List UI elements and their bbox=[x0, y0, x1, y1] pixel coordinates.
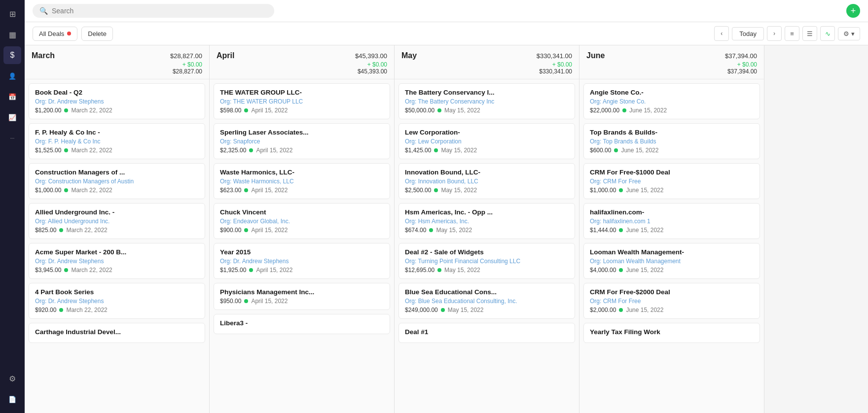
deal-name: THE WATER GROUP LLC- bbox=[220, 89, 384, 96]
deal-status-dot bbox=[244, 228, 248, 232]
prev-button[interactable]: ‹ bbox=[714, 26, 729, 41]
deal-date: March 22, 2022 bbox=[66, 227, 107, 234]
deal-card[interactable]: Deal #1 bbox=[398, 323, 575, 343]
sidebar-icon-dashboard[interactable]: ▦ bbox=[3, 26, 21, 43]
deal-amount: $1,200.00 bbox=[35, 107, 61, 114]
deal-status-dot bbox=[64, 148, 68, 152]
deal-card[interactable]: The Battery Conservancy I... Org: The Ba… bbox=[398, 83, 575, 119]
deal-org: Org: Snapforce bbox=[220, 138, 384, 145]
deal-card[interactable]: Carthage Industrial Devel... bbox=[29, 323, 205, 343]
sidebar-icon-deals[interactable]: $ bbox=[3, 46, 21, 64]
deal-meta: $900.00 April 15, 2022 bbox=[220, 227, 384, 234]
list-view-button[interactable]: ☰ bbox=[802, 26, 817, 41]
deal-name: Lew Corporation- bbox=[405, 129, 569, 136]
sidebar-icon-settings[interactable]: ⚙ bbox=[3, 370, 21, 387]
deal-amount: $4,000.00 bbox=[590, 267, 616, 274]
gear-icon: ⚙ bbox=[843, 30, 849, 37]
deal-date: April 15, 2022 bbox=[251, 187, 288, 194]
deal-card[interactable]: Acme Super Market - 200 B... Org: Dr. An… bbox=[29, 243, 205, 279]
deal-name: Yearly Tax Filing Work bbox=[590, 328, 754, 336]
col-amount-april: $45,393.00 bbox=[355, 52, 387, 60]
sidebar: ⊞ ▦ $ 👤 📅 📈 ··· ⚙ 📄 bbox=[0, 0, 25, 413]
deal-meta: $1,200.00 March 22, 2022 bbox=[35, 107, 199, 114]
deal-date: May 15, 2022 bbox=[441, 147, 477, 154]
deal-card[interactable]: Innovation Bound, LLC- Org: Innovation B… bbox=[398, 163, 575, 199]
filter-button[interactable]: ≡ bbox=[785, 26, 799, 41]
search-input[interactable] bbox=[52, 7, 267, 15]
deal-card[interactable]: Top Brands & Builds- Org: Top Brands & B… bbox=[583, 123, 760, 159]
deal-status-dot bbox=[619, 268, 623, 272]
deal-card[interactable]: Year 2015 Org: Dr. Andrew Stephens $1,92… bbox=[214, 243, 390, 279]
deal-card[interactable]: CRM For Free-$1000 Deal Org: CRM For Fre… bbox=[583, 163, 760, 199]
col-may: May $330,341.00 + $0.00 $330,341.00 The … bbox=[395, 45, 579, 413]
next-button[interactable]: › bbox=[767, 26, 782, 41]
deal-name: 4 Part Book Series bbox=[35, 288, 199, 296]
deal-card[interactable]: Blue Sea Educational Cons... Org: Blue S… bbox=[398, 283, 575, 319]
deal-org: Org: Dr. Andrew Stephens bbox=[35, 298, 199, 305]
sidebar-icon-contacts[interactable]: 👤 bbox=[3, 67, 21, 85]
col-amount-march: $28,827.00 bbox=[170, 52, 202, 60]
deal-card[interactable]: Waste Harmonics, LLC- Org: Waste Harmoni… bbox=[214, 163, 390, 199]
main-content: 🔍 + All Deals Delete ‹ Today › ≡ ☰ ∿ ⚙ ▾ bbox=[25, 0, 868, 413]
deal-name: Allied Underground Inc. - bbox=[35, 208, 199, 216]
deal-card[interactable]: Angie Stone Co.- Org: Angie Stone Co. $2… bbox=[583, 83, 760, 119]
deal-card[interactable]: Chuck Vincent Org: Endeavor Global, Inc.… bbox=[214, 203, 390, 239]
deal-card[interactable]: Looman Wealth Management- Org: Looman We… bbox=[583, 243, 760, 279]
deal-name: Physicians Management Inc... bbox=[220, 288, 384, 296]
col-title-june: June bbox=[586, 51, 605, 60]
deal-name: halifaxlinen.com- bbox=[590, 208, 754, 216]
deal-date: May 15, 2022 bbox=[448, 307, 484, 313]
deal-card[interactable]: Yearly Tax Filing Work bbox=[583, 323, 760, 343]
settings-button[interactable]: ⚙ ▾ bbox=[838, 27, 860, 40]
deal-date: June 15, 2022 bbox=[626, 307, 663, 313]
sidebar-icon-home[interactable]: ⊞ bbox=[3, 5, 21, 23]
deal-amount: $950.00 bbox=[220, 298, 241, 305]
deal-card[interactable]: F. P. Healy & Co Inc - Org: F. P. Healy … bbox=[29, 123, 205, 159]
all-deals-dot bbox=[67, 32, 71, 35]
sidebar-icon-docs[interactable]: 📄 bbox=[3, 390, 21, 408]
deal-card[interactable]: Physicians Management Inc... $950.00 Apr… bbox=[214, 283, 390, 310]
deal-card[interactable]: Sperling Laser Associates... Org: Snapfo… bbox=[214, 123, 390, 159]
col-amount-may: $330,341.00 bbox=[537, 52, 572, 60]
sidebar-icon-calendar[interactable]: 📅 bbox=[3, 88, 21, 105]
deal-amount: $22,000.00 bbox=[590, 107, 619, 114]
deal-org: Org: Allied Underground Inc. bbox=[35, 218, 199, 225]
deal-card[interactable]: CRM For Free-$2000 Deal Org: CRM For Fre… bbox=[583, 283, 760, 319]
sidebar-icon-more[interactable]: ··· bbox=[3, 129, 21, 147]
deal-meta: $623.00 April 15, 2022 bbox=[220, 187, 384, 194]
deal-card[interactable]: Allied Underground Inc. - Org: Allied Un… bbox=[29, 203, 205, 239]
add-button[interactable]: + bbox=[846, 4, 860, 18]
sidebar-icon-reports[interactable]: 📈 bbox=[3, 108, 21, 126]
deal-meta: $600.00 June 15, 2022 bbox=[590, 147, 754, 154]
deal-meta: $1,525.00 March 22, 2022 bbox=[35, 147, 199, 154]
deal-meta: $50,000.00 May 15, 2022 bbox=[405, 107, 569, 114]
deal-date: June 15, 2022 bbox=[629, 107, 667, 114]
deal-org: Org: F. P. Healy & Co Inc bbox=[35, 138, 199, 145]
deal-card[interactable]: THE WATER GROUP LLC- Org: THE WATER GROU… bbox=[214, 83, 390, 119]
chart-button[interactable]: ∿ bbox=[820, 26, 835, 41]
deal-org: Org: halifaxlinen.com 1 bbox=[590, 218, 754, 225]
col-title-april: April bbox=[217, 51, 234, 60]
delete-button[interactable]: Delete bbox=[81, 27, 113, 41]
today-button[interactable]: Today bbox=[732, 27, 764, 40]
deal-card[interactable]: Deal #2 - Sale of Widgets Org: Turning P… bbox=[398, 243, 575, 279]
deal-card[interactable]: Libera3 - bbox=[214, 314, 390, 334]
deal-card[interactable]: Book Deal - Q2 Org: Dr. Andrew Stephens … bbox=[29, 83, 205, 119]
deal-amount: $3,945.00 bbox=[35, 267, 61, 274]
deal-status-dot bbox=[64, 188, 68, 192]
deal-status-dot bbox=[614, 148, 618, 152]
deal-card[interactable]: halifaxlinen.com- Org: halifaxlinen.com … bbox=[583, 203, 760, 239]
deal-amount: $2,500.00 bbox=[405, 187, 431, 194]
deal-card[interactable]: Hsm Americas, Inc. - Opp ... Org: Hsm Am… bbox=[398, 203, 575, 239]
deal-card[interactable]: Lew Corporation- Org: Lew Corporation $1… bbox=[398, 123, 575, 159]
deal-amount: $600.00 bbox=[590, 147, 611, 154]
col-cards-april: THE WATER GROUP LLC- Org: THE WATER GROU… bbox=[210, 79, 394, 413]
deal-card[interactable]: 4 Part Book Series Org: Dr. Andrew Steph… bbox=[29, 283, 205, 319]
deal-card[interactable]: Construction Managers of ... Org: Constr… bbox=[29, 163, 205, 199]
deal-name: Top Brands & Builds- bbox=[590, 129, 754, 136]
deal-org: Org: Construction Managers of Austin bbox=[35, 178, 199, 185]
deal-date: June 15, 2022 bbox=[626, 267, 663, 274]
deal-meta: $2,500.00 May 15, 2022 bbox=[405, 187, 569, 194]
deal-org: Org: Top Brands & Builds bbox=[590, 138, 754, 145]
all-deals-button[interactable]: All Deals bbox=[33, 27, 77, 41]
